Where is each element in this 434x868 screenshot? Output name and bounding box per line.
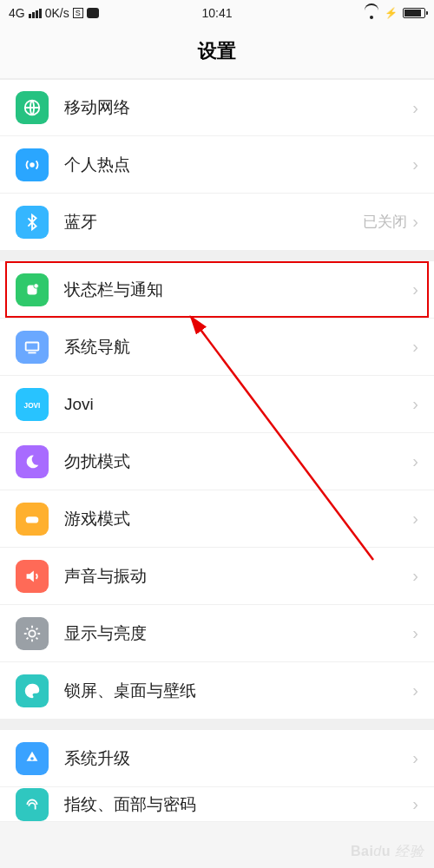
- row-label: 个人热点: [64, 154, 412, 176]
- chevron-right-icon: ›: [412, 509, 418, 529]
- message-icon: [87, 8, 99, 18]
- update-icon: [16, 742, 49, 775]
- hotspot-icon: [16, 148, 49, 181]
- row-bluetooth[interactable]: 蓝牙 已关闭 ›: [0, 194, 434, 251]
- chevron-right-icon: ›: [412, 623, 418, 643]
- row-jovi[interactable]: JOVI Jovi ›: [0, 376, 434, 433]
- row-label: 锁屏、桌面与壁纸: [64, 680, 412, 702]
- chevron-right-icon: ›: [412, 337, 418, 357]
- network-type: 4G: [9, 6, 25, 20]
- globe-icon: [16, 91, 49, 124]
- battery-charge-icon: ⚡: [385, 7, 398, 19]
- row-value: 已关闭: [363, 212, 407, 232]
- signal-icon: [29, 9, 42, 18]
- row-label: 移动网络: [64, 96, 412, 119]
- row-statusbar-notify[interactable]: 状态栏与通知 ›: [0, 261, 434, 319]
- row-label: 蓝牙: [64, 211, 363, 233]
- row-label: 勿扰模式: [64, 450, 412, 473]
- row-label: 系统升级: [64, 747, 412, 770]
- row-label: 系统导航: [64, 336, 412, 358]
- bluetooth-icon: [16, 206, 49, 239]
- svg-point-1: [30, 163, 34, 167]
- chevron-right-icon: ›: [412, 394, 418, 414]
- row-fingerprint[interactable]: 指纹、面部与密码 ›: [0, 787, 434, 822]
- chevron-right-icon: ›: [412, 748, 418, 768]
- group-separator: [0, 720, 434, 730]
- group-separator: [0, 251, 434, 261]
- gamepad-icon: [16, 503, 49, 536]
- svg-rect-6: [26, 516, 39, 523]
- row-system-update[interactable]: 系统升级 ›: [0, 730, 434, 787]
- nav-icon: [16, 331, 49, 364]
- row-hotspot[interactable]: 个人热点 ›: [0, 136, 434, 194]
- row-lock-wallpaper[interactable]: 锁屏、桌面与壁纸 ›: [0, 662, 434, 720]
- chevron-right-icon: ›: [412, 279, 418, 299]
- row-label: 状态栏与通知: [64, 279, 412, 301]
- chevron-right-icon: ›: [412, 155, 418, 174]
- fingerprint-icon: [16, 788, 49, 821]
- row-label: 声音与振动: [64, 565, 412, 588]
- row-label: Jovi: [64, 395, 412, 414]
- chevron-right-icon: ›: [412, 566, 418, 586]
- row-system-nav[interactable]: 系统导航 ›: [0, 319, 434, 376]
- speaker-icon: [16, 560, 49, 593]
- row-game-mode[interactable]: 游戏模式 ›: [0, 490, 434, 548]
- svg-text:JOVI: JOVI: [24, 401, 41, 409]
- chevron-right-icon: ›: [412, 451, 418, 471]
- svg-point-3: [34, 283, 39, 288]
- brightness-icon: [16, 617, 49, 650]
- clock: 10:41: [201, 6, 232, 20]
- jovi-icon: JOVI: [16, 388, 49, 421]
- chevron-right-icon: ›: [412, 98, 418, 118]
- palette-icon: [16, 674, 49, 707]
- row-dnd[interactable]: 勿扰模式 ›: [0, 433, 434, 490]
- chevron-right-icon: ›: [412, 212, 418, 232]
- chevron-right-icon: ›: [412, 681, 418, 700]
- status-bar: 4G 0K/s S 10:41 ⚡: [0, 0, 434, 26]
- svg-rect-4: [26, 342, 39, 350]
- net-speed: 0K/s: [45, 6, 69, 20]
- watermark: Baidu Baidu 经验经验: [351, 843, 424, 861]
- row-label: 显示与亮度: [64, 622, 412, 645]
- svg-point-8: [30, 757, 34, 760]
- moon-icon: [16, 445, 49, 478]
- battery-icon: [403, 8, 425, 18]
- notification-icon: [16, 273, 49, 306]
- row-display[interactable]: 显示与亮度 ›: [0, 605, 434, 662]
- row-mobile-network[interactable]: 移动网络 ›: [0, 79, 434, 136]
- row-label: 指纹、面部与密码: [64, 793, 412, 816]
- page-title: 设置: [0, 26, 434, 79]
- svg-point-7: [29, 630, 35, 636]
- row-sound[interactable]: 声音与振动 ›: [0, 548, 434, 605]
- chevron-right-icon: ›: [412, 794, 418, 814]
- sim-icon: S: [73, 8, 83, 18]
- row-label: 游戏模式: [64, 508, 412, 530]
- wifi-icon: [364, 7, 379, 19]
